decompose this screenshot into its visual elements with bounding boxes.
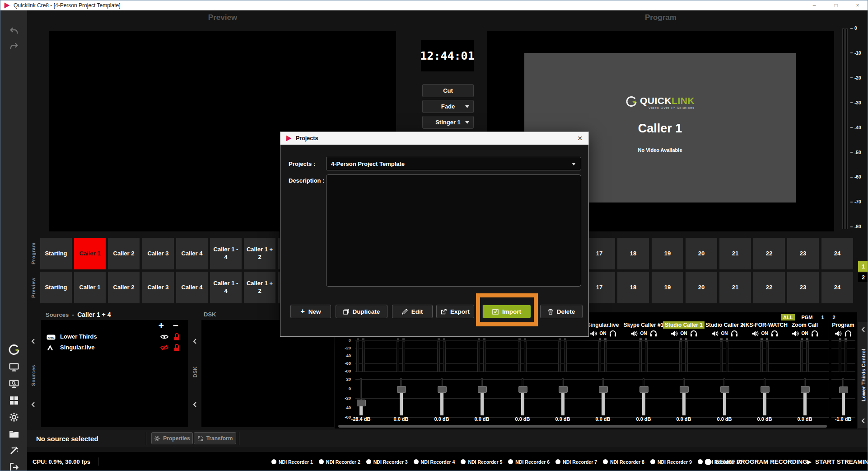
headphones-icon[interactable] xyxy=(811,330,818,337)
bus-program-18[interactable]: 18 xyxy=(617,238,649,269)
bus-preview-caller-3[interactable]: Caller 3 xyxy=(142,272,174,303)
mixer-channel-11-on-state[interactable]: ON xyxy=(761,331,768,336)
headphones-icon[interactable] xyxy=(609,330,616,337)
ndi-recorder-toggle[interactable]: NDI Recorder 7 xyxy=(555,459,597,465)
ndi-recorder-toggle[interactable]: NDI Recorder 6 xyxy=(508,459,550,465)
start-streaming-button[interactable]: ▶ START STREAMING xyxy=(807,452,868,471)
dsk-collapse-icon[interactable] xyxy=(191,338,198,345)
mixer-channel-10-on-state[interactable]: ON xyxy=(721,331,728,336)
minimize-button[interactable]: – xyxy=(803,0,825,10)
production-monitor-icon[interactable] xyxy=(8,361,20,373)
bus-program-23[interactable]: 23 xyxy=(787,238,819,269)
fader-handle[interactable] xyxy=(761,386,770,393)
bus-preview-19[interactable]: 19 xyxy=(652,272,683,303)
bus-preview-24[interactable]: 24 xyxy=(821,272,853,303)
ndi-recorder-toggle[interactable]: NDI Recorder 2 xyxy=(319,459,360,465)
mixer-channel-2-fader[interactable] xyxy=(382,378,420,416)
bus-preview-20[interactable]: 20 xyxy=(686,272,717,303)
fader-handle[interactable] xyxy=(559,386,568,393)
new-button[interactable]: +New xyxy=(290,305,331,318)
fader-handle[interactable] xyxy=(357,400,366,406)
fader-handle[interactable] xyxy=(438,386,447,393)
source-list-item[interactable]: NAMELower Thirds xyxy=(42,332,187,342)
fader-handle[interactable] xyxy=(639,386,649,393)
mixer-channel-8-fader[interactable] xyxy=(624,378,663,416)
fader-handle[interactable] xyxy=(801,386,810,393)
bus-program-caller-3[interactable]: Caller 3 xyxy=(142,238,174,269)
mixer-channel-11-fader[interactable] xyxy=(745,378,784,416)
fader-handle[interactable] xyxy=(599,386,608,393)
speaker-icon[interactable] xyxy=(792,330,799,337)
speaker-icon[interactable] xyxy=(711,330,719,337)
bus-program-caller-1[interactable]: Caller 1 xyxy=(74,238,106,269)
multiview-grid-icon[interactable] xyxy=(8,395,20,406)
mixer-channel-7-fader[interactable] xyxy=(583,378,622,416)
fade-button[interactable]: Fade xyxy=(422,100,474,113)
lower-thirds-expand-icon-2[interactable] xyxy=(859,417,867,424)
fader-handle[interactable] xyxy=(518,386,527,393)
dsk-collapse-icon-2[interactable] xyxy=(191,401,198,408)
undo-icon[interactable] xyxy=(8,25,20,37)
preview-search-icon[interactable] xyxy=(8,378,20,390)
speaker-icon[interactable] xyxy=(630,330,638,337)
headphones-icon[interactable] xyxy=(650,330,657,337)
bus-program-20[interactable]: 20 xyxy=(686,238,717,269)
bus-page-tab-1[interactable]: 1 xyxy=(858,261,868,272)
exit-icon[interactable] xyxy=(8,462,20,471)
lower-thirds-control-strip[interactable]: Lower Thirds Control xyxy=(858,322,868,428)
speaker-icon[interactable] xyxy=(671,330,678,337)
bus-preview-caller-1-4[interactable]: Caller 1 - 4 xyxy=(210,272,242,303)
bus-preview-18[interactable]: 18 xyxy=(617,272,649,303)
fader-handle[interactable] xyxy=(397,386,406,393)
bus-preview-caller-2[interactable]: Caller 2 xyxy=(108,272,140,303)
ndi-recorder-toggle[interactable]: NDI Recorder 5 xyxy=(461,459,502,465)
mixer-channel-5-fader[interactable] xyxy=(503,378,542,416)
mixer-program-strip-fader[interactable] xyxy=(829,378,857,416)
transform-button[interactable]: Transform xyxy=(194,432,236,444)
speaker-icon[interactable] xyxy=(751,330,759,337)
bus-preview-starting[interactable]: Starting xyxy=(40,272,72,303)
maximize-button[interactable]: □ xyxy=(825,0,847,10)
mixer-channel-12-on-state[interactable]: ON xyxy=(802,331,808,336)
fader-handle[interactable] xyxy=(720,386,729,393)
quicklink-logo-icon[interactable] xyxy=(8,344,20,356)
import-button[interactable]: Import xyxy=(482,305,531,318)
speaker-icon[interactable] xyxy=(590,330,597,337)
bus-program-starting[interactable]: Starting xyxy=(40,238,72,269)
projects-dropdown[interactable]: 4-Person Project Template xyxy=(326,157,581,170)
redo-icon[interactable] xyxy=(8,40,20,52)
bus-program-caller-1-4[interactable]: Caller 1 - 4 xyxy=(210,238,242,269)
description-input[interactable] xyxy=(326,174,581,287)
mixer-channel-3-fader[interactable] xyxy=(422,378,461,416)
headphones-icon[interactable] xyxy=(845,330,852,337)
close-button[interactable]: × xyxy=(847,0,868,10)
bus-preview-21[interactable]: 21 xyxy=(719,272,751,303)
bus-program-caller-1-2[interactable]: Caller 1 + 2 xyxy=(244,238,275,269)
fader-handle[interactable] xyxy=(680,386,689,393)
ndi-recorder-toggle[interactable]: NDI Recorder 8 xyxy=(603,459,644,465)
fader-handle[interactable] xyxy=(478,386,487,393)
bus-page-tab-2[interactable]: 2 xyxy=(858,273,868,282)
bus-program-21[interactable]: 21 xyxy=(719,238,751,269)
sources-collapse-icon-2[interactable] xyxy=(29,401,37,408)
headphones-icon[interactable] xyxy=(771,330,778,337)
headphones-icon[interactable] xyxy=(690,330,697,337)
mixer-channel-9-fader[interactable] xyxy=(664,378,703,416)
stinger-button[interactable]: Stinger 1 xyxy=(422,116,474,129)
export-button[interactable]: Export xyxy=(436,305,474,318)
bus-preview-22[interactable]: 22 xyxy=(753,272,785,303)
ndi-recorder-toggle[interactable]: NDI Recorder 3 xyxy=(366,459,408,465)
cut-button[interactable]: Cut xyxy=(422,84,474,97)
mixer-channel-9-on-state[interactable]: ON xyxy=(681,331,687,336)
media-folder-icon[interactable] xyxy=(8,428,20,440)
dialog-close-icon[interactable]: ✕ xyxy=(573,132,587,145)
headphones-icon[interactable] xyxy=(731,330,738,337)
start-program-recording-button[interactable]: START PROGRAM RECORDING xyxy=(705,452,807,471)
remove-source-icon[interactable]: − xyxy=(170,320,181,330)
mixer-channel-7-on-state[interactable]: ON xyxy=(600,331,607,336)
bus-program-19[interactable]: 19 xyxy=(652,238,683,269)
bus-preview-23[interactable]: 23 xyxy=(787,272,819,303)
mixer-channel-4-fader[interactable] xyxy=(462,378,501,416)
add-source-icon[interactable]: + xyxy=(156,320,167,330)
speaker-icon[interactable] xyxy=(835,330,842,337)
